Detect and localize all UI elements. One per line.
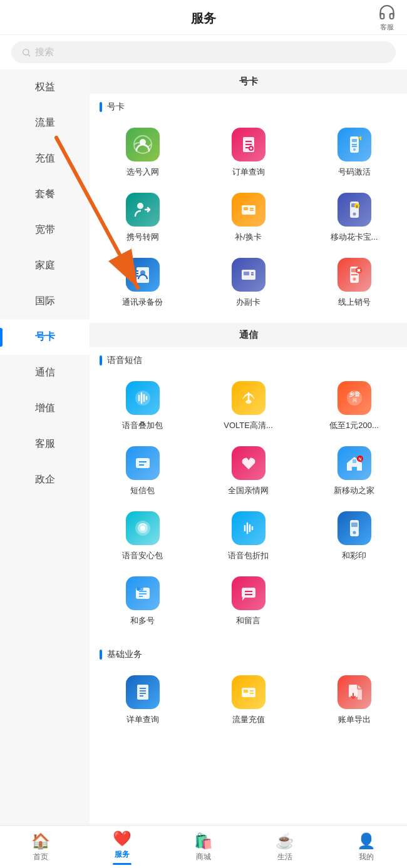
icon-duanxinbao[interactable]: 短信包 xyxy=(90,439,195,504)
nav-home[interactable]: 🏠 首页 xyxy=(0,832,81,862)
yuyinaxinbao-label: 语音安心包 xyxy=(122,550,163,561)
icon-zhangdandaochu[interactable]: 账单导出 xyxy=(301,668,407,733)
svg-text:N: N xyxy=(358,457,361,461)
sidebar-item-zengjia[interactable]: 增值 xyxy=(0,391,90,426)
icon-heliuyan[interactable]: 和留言 xyxy=(195,569,301,634)
svg-rect-18 xyxy=(244,207,248,210)
sidebar: 权益 流量 充值 套餐 宽带 家庭 国际 号卡 通信 增值 客服 政企 xyxy=(0,69,90,824)
svg-rect-57 xyxy=(351,523,358,527)
svg-point-42 xyxy=(135,391,150,406)
header: 服务 客服 xyxy=(0,0,407,35)
icon-yuyinbaozhekou[interactable]: 语音包折扣 xyxy=(195,504,301,569)
sidebar-item-jiating[interactable]: 家庭 xyxy=(0,248,90,283)
section-haoka-header: 号卡 xyxy=(90,69,407,94)
icon-liuliangchongzhi[interactable]: 流量充值 xyxy=(195,668,301,733)
icon-haomajihuo[interactable]: 号码激活 xyxy=(301,120,407,185)
subsection-haoka-label: 号卡 xyxy=(90,94,407,118)
svg-point-23 xyxy=(353,213,356,216)
cs-label: 客服 xyxy=(380,22,394,31)
icon-quanguoqingqingwang[interactable]: 全国亲情网 xyxy=(195,439,301,504)
dizhi1yuan-label: 低至1元200... xyxy=(329,420,379,431)
svg-rect-12 xyxy=(352,139,357,142)
icon-xiangdanchaxun[interactable]: 详单查询 xyxy=(90,668,195,733)
nav-service[interactable]: ❤️ 服务 xyxy=(81,830,163,865)
content-area: 号卡 号卡 选号入网 xyxy=(90,69,407,824)
svg-point-0 xyxy=(23,49,29,54)
sidebar-item-haoka[interactable]: 号卡 xyxy=(0,319,90,355)
sidebar-item-quanyi[interactable]: 权益 xyxy=(0,69,90,105)
xiehaozhuanwang-label: 携号转网 xyxy=(126,232,159,243)
xiangdanchaxun-icon xyxy=(126,675,160,709)
svg-point-64 xyxy=(140,587,143,591)
sidebar-item-chongzhi[interactable]: 充值 xyxy=(0,141,90,176)
heduohao-label: 和多号 xyxy=(130,615,155,626)
icon-dizhi1yuan[interactable]: 乡音 网 低至1元200... xyxy=(301,374,407,439)
svg-point-55 xyxy=(140,526,145,531)
yuyinbaozhekou-icon xyxy=(232,511,265,545)
icon-banfuka[interactable]: 办副卡 xyxy=(195,250,301,315)
dingdanchaxun-icon xyxy=(232,128,265,161)
qingqingwang-icon xyxy=(232,446,265,480)
icon-hecaiyin[interactable]: 和彩印 xyxy=(301,504,407,569)
icon-xiehaozhuanwang[interactable]: 携号转网 xyxy=(90,185,195,250)
sidebar-item-liuliang[interactable]: 流量 xyxy=(0,105,90,141)
zhangdandaochu-icon xyxy=(337,675,371,709)
icon-xianshangxiaohao[interactable]: 线上销号 xyxy=(301,250,407,315)
heliuyan-label: 和留言 xyxy=(236,615,260,626)
sidebar-item-kefu[interactable]: 客服 xyxy=(0,426,90,462)
yuyinbaozhekou-label: 语音包折扣 xyxy=(228,550,269,561)
yidonghuakabao-label: 移动花卡宝... xyxy=(331,232,378,243)
nav-shop[interactable]: 🛍️ 商城 xyxy=(163,832,244,862)
liuliangchongzhi-icon xyxy=(232,675,265,709)
duanxinbao-label: 短信包 xyxy=(130,485,155,496)
svg-point-16 xyxy=(137,203,143,209)
yuyinaxinbao-icon xyxy=(126,511,160,545)
volte-label: VOLTE高清... xyxy=(224,420,273,431)
nav-life[interactable]: ☕ 生活 xyxy=(244,832,326,862)
xiehaozhuanwang-icon xyxy=(126,193,160,227)
icon-heduohao[interactable]: 和多号 xyxy=(90,569,195,634)
search-input[interactable]: 搜索 xyxy=(11,41,396,63)
home-icon: 🏠 xyxy=(31,832,50,850)
headset-icon xyxy=(378,3,396,21)
nav-me-label: 我的 xyxy=(359,852,374,862)
sidebar-item-zhengqi[interactable]: 政企 xyxy=(0,462,90,498)
icon-buhuan-ka[interactable]: 补/换卡 xyxy=(195,185,301,250)
tongxunlubeifen-icon xyxy=(126,258,160,292)
yuyindiejiabao-icon xyxy=(126,381,160,415)
xiangdanchaxun-label: 详单查询 xyxy=(126,714,159,725)
heduohao-icon xyxy=(126,576,160,610)
sidebar-item-kuandai[interactable]: 宽带 xyxy=(0,212,90,248)
hecaiyin-label: 和彩印 xyxy=(342,550,366,561)
section-tongxin-header: 通信 xyxy=(90,323,407,347)
icon-yidonghuakabao[interactable]: ¥ 移动花卡宝... xyxy=(301,185,407,250)
haomajihuo-icon xyxy=(337,128,371,161)
tongxunlubeifen-label: 通讯录备份 xyxy=(122,297,163,308)
xianshangxiaohao-icon xyxy=(337,258,371,292)
icon-yuyindjb[interactable]: 语音叠加包 xyxy=(90,374,195,439)
nav-me[interactable]: 👤 我的 xyxy=(326,832,407,862)
icon-xuanhaoruiwang[interactable]: 选号入网 xyxy=(90,120,195,185)
sidebar-item-taocan[interactable]: 套餐 xyxy=(0,176,90,212)
shop-icon: 🛍️ xyxy=(194,832,213,850)
icon-xinyidongzhijia[interactable]: N 新移动之家 xyxy=(301,439,407,504)
icon-tongxunlubeifen[interactable]: 通讯录备份 xyxy=(90,250,195,315)
xuanhaoruiwang-label: 选号入网 xyxy=(126,166,159,178)
duanxinbao-icon xyxy=(126,446,160,480)
sidebar-item-guoji[interactable]: 国际 xyxy=(0,283,90,319)
nav-shop-label: 商城 xyxy=(196,852,211,862)
subsection-jichu-label: 基础业务 xyxy=(90,641,407,665)
sidebar-item-tongxin[interactable]: 通信 xyxy=(0,355,90,391)
icon-yuyinaxinbao[interactable]: 语音安心包 xyxy=(90,504,195,569)
buhuanka-label: 补/换卡 xyxy=(235,232,262,243)
svg-text:乡音: 乡音 xyxy=(349,391,361,397)
svg-rect-74 xyxy=(244,690,248,693)
icon-dingdanchaxun[interactable]: 订单查询 xyxy=(195,120,301,185)
icon-volte[interactable]: VOLTE高清... xyxy=(195,374,301,439)
customer-service-button[interactable]: 客服 xyxy=(378,3,396,31)
zhangdandaochu-label: 账单导出 xyxy=(338,714,371,725)
nav-active-indicator xyxy=(113,863,131,865)
svg-rect-47 xyxy=(136,458,150,468)
svg-rect-50 xyxy=(353,459,356,463)
search-placeholder: 搜索 xyxy=(35,46,54,58)
